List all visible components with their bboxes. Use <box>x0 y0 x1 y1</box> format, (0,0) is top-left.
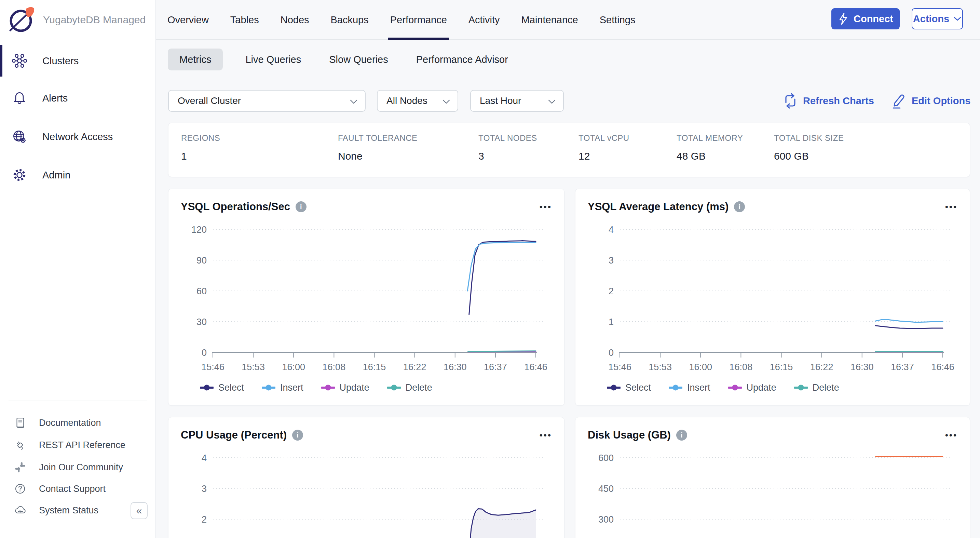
cluster-scope-select[interactable]: Overall Cluster <box>168 90 366 112</box>
sidebar-item-clusters[interactable]: Clusters <box>0 42 156 80</box>
yugabytedb-managed-app: { "brand": { "name": "YugabyteDB Managed… <box>0 0 980 538</box>
legend-item-insert[interactable]: Insert <box>262 382 304 393</box>
actions-button[interactable]: Actions <box>912 8 963 29</box>
legend-label: Update <box>747 382 776 393</box>
chart-title: YSQL Average Latency (ms) <box>588 201 729 213</box>
stat-value: 48 GB <box>676 150 706 162</box>
subtab-slow-queries[interactable]: Slow Queries <box>324 49 393 70</box>
legend-label: Delete <box>813 382 839 393</box>
connect-button-label: Connect <box>854 13 893 25</box>
sidebar-item-label: Admin <box>42 170 70 181</box>
svg-text:16:30: 16:30 <box>851 362 874 372</box>
question-circle-icon <box>14 482 27 495</box>
legend-marker-icon <box>321 385 335 391</box>
sidebar-item-rest-api-reference[interactable]: REST API Reference <box>0 435 156 455</box>
chevron-down-icon <box>548 99 555 104</box>
refresh-charts-link[interactable]: Refresh Charts <box>783 92 874 110</box>
svg-text:16:08: 16:08 <box>323 362 346 372</box>
sidebar-item-label: Alerts <box>42 92 68 104</box>
chart-header: CPU Usage (Percent) i ••• <box>181 427 552 443</box>
sidebar-item-label: Documentation <box>39 418 101 428</box>
tab-performance[interactable]: Performance <box>390 0 447 40</box>
svg-text:2: 2 <box>609 286 614 296</box>
legend-marker-icon <box>200 385 213 391</box>
sidebar-item-label: REST API Reference <box>39 440 126 450</box>
tab-tables[interactable]: Tables <box>230 0 259 40</box>
svg-text:3: 3 <box>609 255 614 266</box>
legend-item-insert[interactable]: Insert <box>669 382 710 393</box>
legend-item-delete[interactable]: Delete <box>387 382 432 393</box>
sidebar-item-contact-support[interactable]: Contact Support <box>0 479 156 499</box>
connect-button[interactable]: Connect <box>831 8 900 29</box>
time-range-select[interactable]: Last Hour <box>470 90 564 112</box>
chevron-down-icon <box>350 99 358 104</box>
svg-text:15:46: 15:46 <box>608 362 632 372</box>
info-icon[interactable]: i <box>734 201 745 212</box>
stat-label: TOTAL vCPU <box>579 133 629 143</box>
sidebar-item-label: Clusters <box>42 56 79 67</box>
sidebar-item-join-our-community[interactable]: Join Our Community <box>0 457 156 477</box>
info-icon[interactable]: i <box>676 430 687 441</box>
brand: YugabyteDB Managed <box>0 4 156 35</box>
info-icon[interactable]: i <box>296 201 307 212</box>
tab-activity[interactable]: Activity <box>468 0 500 40</box>
chevron-down-icon <box>953 16 961 21</box>
info-icon[interactable]: i <box>292 430 303 441</box>
legend-marker-icon <box>728 385 742 391</box>
svg-text:16:08: 16:08 <box>730 362 753 372</box>
legend-label: Insert <box>687 382 710 393</box>
tab-backups[interactable]: Backups <box>331 0 369 40</box>
legend-label: Delete <box>406 382 432 393</box>
more-menu-icon[interactable]: ••• <box>539 204 552 210</box>
stat-value: 600 GB <box>774 150 809 162</box>
legend-label: Select <box>625 382 651 393</box>
svg-text:16:37: 16:37 <box>484 362 507 372</box>
node-scope-select[interactable]: All Nodes <box>377 90 458 112</box>
sidebar-item-admin[interactable]: Admin <box>0 156 156 194</box>
gear-icon <box>12 167 27 183</box>
legend-item-select[interactable]: Select <box>607 382 651 393</box>
legend-label: Update <box>340 382 369 393</box>
svg-text:15:53: 15:53 <box>649 362 672 372</box>
svg-text:16:30: 16:30 <box>444 362 467 372</box>
svg-text:3: 3 <box>202 484 207 494</box>
stat-label: TOTAL NODES <box>478 133 537 143</box>
legend-item-select[interactable]: Select <box>200 382 244 393</box>
pencil-icon <box>891 93 906 109</box>
svg-text:16:15: 16:15 <box>363 362 386 372</box>
subtab-metrics[interactable]: Metrics <box>168 49 223 70</box>
more-menu-icon[interactable]: ••• <box>945 432 958 439</box>
legend-item-delete[interactable]: Delete <box>794 382 839 393</box>
stat-value: 12 <box>579 150 590 162</box>
sidebar-item-documentation[interactable]: Documentation <box>0 413 156 433</box>
tab-overview[interactable]: Overview <box>167 0 209 40</box>
subtab-performance-advisor[interactable]: Performance Advisor <box>411 49 514 70</box>
sidebar-item-network-access[interactable]: Network Access <box>0 118 156 156</box>
legend-marker-icon <box>262 385 275 391</box>
legend-item-update[interactable]: Update <box>321 382 369 393</box>
yugabytedb-logo-icon <box>8 5 35 35</box>
collapse-chevrons-icon: « <box>136 505 142 516</box>
slack-icon <box>14 461 27 474</box>
stat-label: REGIONS <box>181 133 220 143</box>
actions-button-label: Actions <box>913 13 949 25</box>
legend-marker-icon <box>794 385 808 391</box>
legend-item-update[interactable]: Update <box>728 382 776 393</box>
sidebar-collapse-button[interactable]: « <box>130 502 148 519</box>
svg-text:120: 120 <box>191 224 207 235</box>
globe-gear-icon <box>12 129 27 145</box>
svg-text:4: 4 <box>609 224 614 235</box>
svg-text:15:46: 15:46 <box>201 362 224 372</box>
svg-text:16:37: 16:37 <box>891 362 914 372</box>
sidebar-item-alerts[interactable]: Alerts <box>0 79 156 117</box>
brand-name: YugabyteDB Managed <box>43 14 146 25</box>
more-menu-icon[interactable]: ••• <box>539 432 552 439</box>
stat-label: TOTAL MEMORY <box>676 133 743 143</box>
tab-settings[interactable]: Settings <box>600 0 636 40</box>
chart-title: YSQL Operations/Sec <box>181 201 290 213</box>
edit-options-link[interactable]: Edit Options <box>891 92 970 110</box>
subtab-live-queries[interactable]: Live Queries <box>240 49 307 70</box>
tab-maintenance[interactable]: Maintenance <box>522 0 578 40</box>
more-menu-icon[interactable]: ••• <box>945 204 958 210</box>
tab-nodes[interactable]: Nodes <box>280 0 309 40</box>
